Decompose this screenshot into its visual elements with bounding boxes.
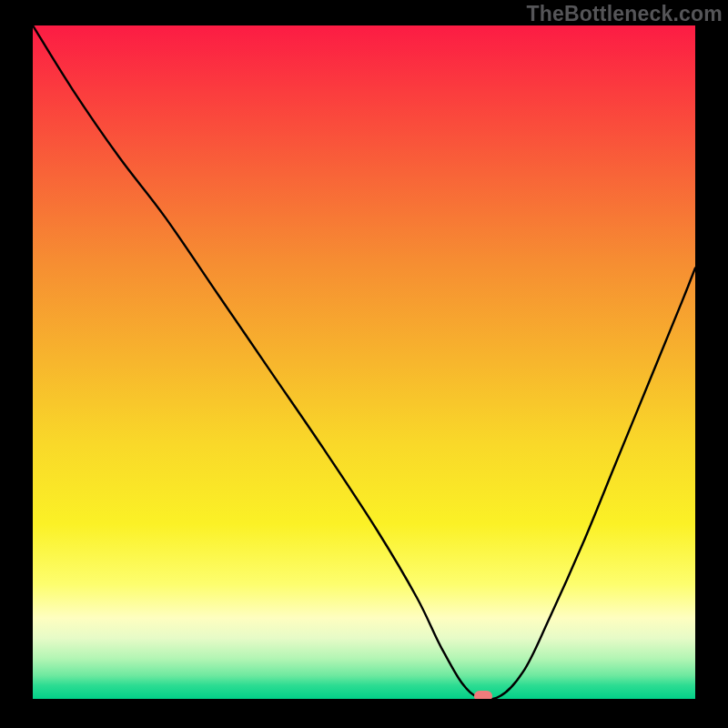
plot-area: [33, 25, 695, 699]
chart-svg: [33, 25, 695, 699]
optimal-marker: [474, 691, 492, 699]
chart-background-gradient: [33, 25, 695, 699]
chart-frame: TheBottleneck.com: [0, 0, 728, 728]
watermark-text: TheBottleneck.com: [526, 2, 723, 26]
